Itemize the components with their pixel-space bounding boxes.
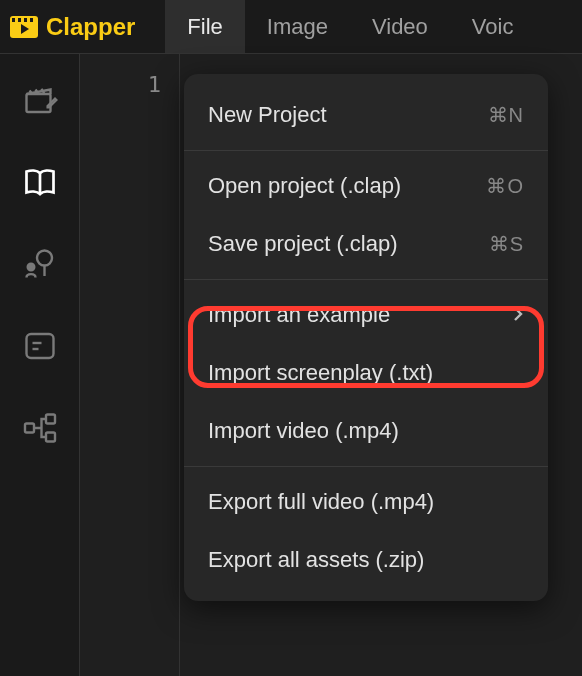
menu-image[interactable]: Image xyxy=(245,0,350,53)
menu-item-label: Save project (.clap) xyxy=(208,231,398,257)
menu-item-label: New Project xyxy=(208,102,327,128)
clapper-edit-icon[interactable] xyxy=(20,80,60,120)
svg-point-2 xyxy=(37,251,52,266)
clapper-logo-icon xyxy=(10,16,38,38)
menu-voice[interactable]: Voic xyxy=(450,0,536,53)
menu-item-label: Import an example xyxy=(208,302,390,328)
graph-icon[interactable] xyxy=(20,408,60,448)
svg-rect-0 xyxy=(26,94,50,112)
svg-point-4 xyxy=(27,264,34,271)
menu-item-shortcut: ⌘N xyxy=(488,103,524,127)
menu-video[interactable]: Video xyxy=(350,0,450,53)
menu-import-video[interactable]: Import video (.mp4) xyxy=(184,402,548,460)
menu-export-all-assets[interactable]: Export all assets (.zip) xyxy=(184,531,548,589)
menu-separator xyxy=(184,466,548,467)
sidebar xyxy=(0,54,80,676)
menu-open-project[interactable]: Open project (.clap) ⌘O xyxy=(184,157,548,215)
person-tree-icon[interactable] xyxy=(20,244,60,284)
menu-item-shortcut: ⌘S xyxy=(489,232,524,256)
menu-file[interactable]: File xyxy=(165,0,244,53)
svg-rect-9 xyxy=(46,415,55,424)
menu-separator xyxy=(184,150,548,151)
menu-items: File Image Video Voic xyxy=(165,0,535,53)
menu-new-project[interactable]: New Project ⌘N xyxy=(184,86,548,144)
menu-import-example[interactable]: Import an example xyxy=(184,286,548,344)
menu-import-screenplay[interactable]: Import screenplay (.txt) xyxy=(184,344,548,402)
svg-rect-5 xyxy=(26,334,53,358)
menu-separator xyxy=(184,279,548,280)
menu-item-label: Export all assets (.zip) xyxy=(208,547,424,573)
menu-item-label: Import screenplay (.txt) xyxy=(208,360,433,386)
svg-rect-10 xyxy=(46,433,55,442)
chevron-right-icon xyxy=(512,302,524,328)
menu-export-full-video[interactable]: Export full video (.mp4) xyxy=(184,473,548,531)
file-dropdown: New Project ⌘N Open project (.clap) ⌘O S… xyxy=(184,74,548,601)
menu-item-label: Export full video (.mp4) xyxy=(208,489,434,515)
svg-rect-8 xyxy=(25,424,34,433)
app-name: Clapper xyxy=(46,13,135,41)
book-icon[interactable] xyxy=(20,162,60,202)
menu-item-shortcut: ⌘O xyxy=(486,174,524,198)
line-gutter: 1 xyxy=(80,54,180,676)
menubar: Clapper File Image Video Voic xyxy=(0,0,582,54)
line-number: 1 xyxy=(148,72,161,97)
menu-save-project[interactable]: Save project (.clap) ⌘S xyxy=(184,215,548,273)
menu-item-label: Import video (.mp4) xyxy=(208,418,399,444)
app-logo[interactable]: Clapper xyxy=(0,13,135,41)
panel-icon[interactable] xyxy=(20,326,60,366)
menu-item-label: Open project (.clap) xyxy=(208,173,401,199)
